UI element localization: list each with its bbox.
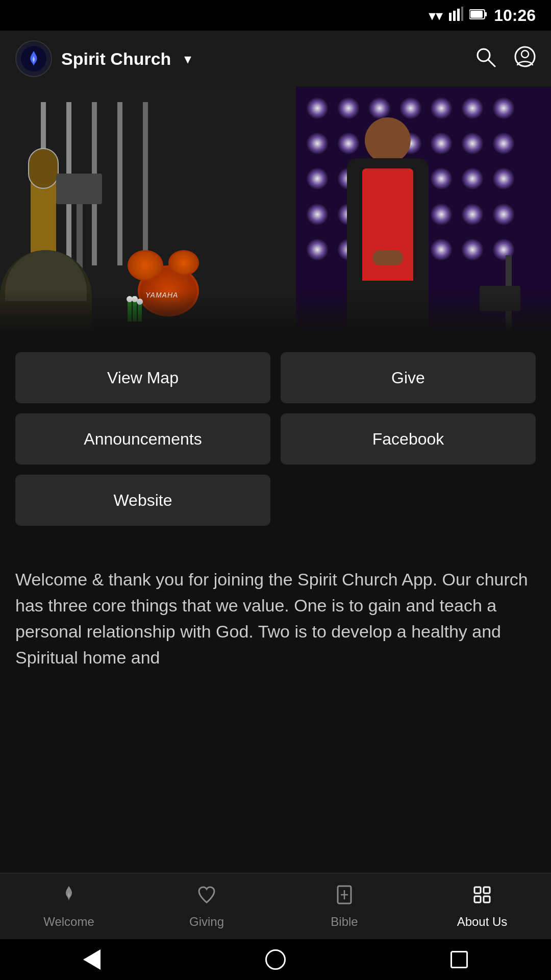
svg-rect-2 — [457, 9, 460, 21]
church-logo[interactable] — [15, 40, 52, 77]
svg-rect-0 — [449, 13, 452, 21]
android-navigation-bar — [0, 939, 551, 980]
svg-rect-6 — [470, 11, 483, 18]
website-button[interactable]: Website — [15, 475, 270, 526]
nav-label-bible: Bible — [331, 915, 358, 929]
svg-rect-3 — [461, 7, 463, 21]
nav-label-welcome: Welcome — [43, 915, 94, 929]
nav-label-giving: Giving — [189, 915, 224, 929]
wall-strip-4 — [117, 102, 122, 265]
svg-rect-17 — [474, 896, 481, 902]
svg-rect-16 — [484, 887, 490, 893]
back-triangle-icon — [83, 949, 101, 970]
buttons-row-2: Announcements Facebook — [15, 413, 536, 464]
battery-icon — [469, 7, 488, 23]
svg-rect-5 — [485, 12, 487, 16]
search-icon[interactable] — [474, 46, 496, 72]
app-header: Spirit Church ▾ — [0, 31, 551, 87]
recents-button[interactable] — [444, 944, 474, 975]
home-circle-icon — [265, 949, 286, 970]
view-map-button[interactable]: View Map — [15, 352, 270, 403]
home-button[interactable] — [260, 944, 291, 975]
buttons-row-3: Website — [15, 475, 536, 526]
guitar-body — [28, 148, 59, 189]
facebook-button[interactable]: Facebook — [281, 413, 536, 464]
buttons-row-1: View Map Give — [15, 352, 536, 403]
heart-icon — [196, 884, 217, 911]
hero-gradient-overlay — [0, 291, 551, 332]
hero-image: YAMAHA — [0, 87, 551, 332]
welcome-text: Welcome & thank you for joining the Spir… — [0, 546, 551, 742]
church-dropdown-chevron[interactable]: ▾ — [184, 51, 191, 67]
svg-rect-1 — [453, 11, 456, 21]
announcements-button[interactable]: Announcements — [15, 413, 270, 464]
svg-point-11 — [521, 51, 529, 58]
header-right — [474, 46, 536, 72]
bible-icon — [334, 884, 355, 911]
nav-label-about-us: About Us — [457, 915, 508, 929]
recents-square-icon — [450, 951, 468, 968]
header-left: Spirit Church ▾ — [15, 40, 474, 77]
svg-rect-18 — [484, 896, 490, 902]
status-time: 10:26 — [494, 6, 536, 25]
wall-strip-5 — [143, 102, 148, 265]
grid-icon — [471, 884, 493, 911]
profile-icon[interactable] — [514, 46, 536, 72]
bottom-navigation: Welcome Giving Bible About — [0, 873, 551, 939]
nav-item-about-us[interactable]: About Us — [413, 879, 551, 934]
wifi-icon: ▾▾ — [429, 7, 443, 24]
back-button[interactable] — [77, 944, 107, 975]
svg-line-9 — [488, 60, 495, 66]
music-stand-tray — [56, 174, 102, 204]
give-button[interactable]: Give — [281, 352, 536, 403]
action-buttons-section: View Map Give Announcements Facebook Web… — [0, 332, 551, 546]
flame-icon — [58, 884, 80, 911]
signal-icon — [449, 7, 463, 24]
nav-item-welcome[interactable]: Welcome — [0, 879, 138, 934]
nav-item-giving[interactable]: Giving — [138, 879, 276, 934]
church-name-label: Spirit Church — [61, 49, 171, 69]
status-icons: ▾▾ 10:26 — [429, 6, 536, 25]
svg-rect-15 — [474, 887, 481, 893]
status-bar: ▾▾ 10:26 — [0, 0, 551, 31]
nav-item-bible[interactable]: Bible — [276, 879, 413, 934]
